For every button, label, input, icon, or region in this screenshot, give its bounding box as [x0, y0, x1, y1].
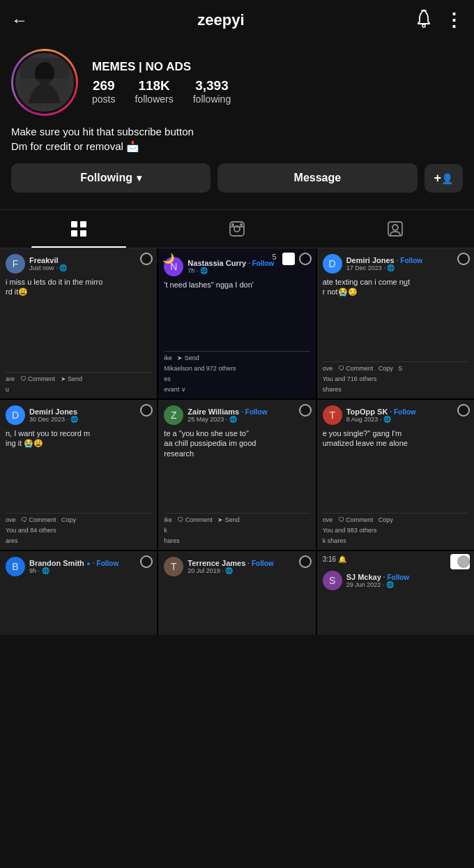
post-select-5[interactable] — [299, 404, 312, 417]
post-meta-3: 17 Dec 2023 · 🌐 — [346, 264, 422, 271]
post-header-4: D Demiri Jones 30 Dec 2023 · 🌐 — [6, 405, 151, 425]
post-cell-5[interactable]: Z Zaire Williams · Follow 25 May 2023 · … — [158, 400, 315, 550]
post-username-7: Brandon Smith ● · Follow — [29, 559, 118, 567]
post-actions-2: ike ➤ Send — [164, 351, 309, 361]
post-meta-6: 8 Aug 2023 · 🌐 — [346, 416, 416, 423]
post-meta-8: 20 Jul 2019 · 🌐 — [188, 567, 273, 574]
top-bar: ← zeepyi ⋮ — [0, 0, 474, 40]
post-select-2[interactable] — [299, 253, 312, 265]
post-reactions-5: k — [164, 527, 309, 534]
posts-count: 269 — [93, 78, 115, 93]
following-label: following — [193, 93, 231, 105]
post-cell-9[interactable]: 3:16 🔔 S SJ Mckay · Follow 29 Jun 2022 ·… — [317, 551, 474, 635]
tab-tagged[interactable] — [316, 210, 474, 248]
post-shares-5: hares — [164, 537, 309, 544]
post-avatar-3: D — [323, 254, 342, 274]
svg-rect-7 — [80, 230, 86, 237]
post-cell-7[interactable]: B Brandon Smith ● · Follow 9h · 🌐 — [0, 551, 157, 635]
post-reactions-6: You and 983 others — [323, 527, 468, 534]
post-reactions-4: You and 84 others — [6, 527, 151, 534]
stat-following: 3,393 following — [193, 78, 231, 105]
post-badge-2 — [282, 253, 295, 265]
bio-line1: Make sure you hit that subscribe button — [11, 124, 463, 139]
follow-link-5[interactable]: · Follow — [241, 408, 267, 416]
post-select-9[interactable] — [457, 555, 470, 568]
post-reactions-2: Mikaelson and 972 others — [164, 365, 309, 372]
post-header-3: D Demiri Jones · Follow 17 Dec 2023 · 🌐 — [323, 254, 468, 274]
post-user-info-8: Terrence James · Follow 20 Jul 2019 · 🌐 — [188, 559, 273, 574]
post-user-info-6: TopOpp SK · Follow 8 Aug 2023 · 🌐 — [346, 407, 416, 423]
post-header-6: T TopOpp SK · Follow 8 Aug 2023 · 🌐 — [323, 405, 468, 425]
post-shares-4: ares — [6, 537, 151, 544]
post-content-3: ate texting can i come nutr not😭😏 — [323, 277, 468, 358]
tab-reels[interactable] — [158, 210, 316, 248]
post-content-4: n, I want you to record ming it 😭😩 — [6, 428, 151, 509]
bell-icon[interactable] — [414, 8, 434, 32]
followers-label: followers — [135, 93, 173, 105]
posts-label: posts — [92, 93, 115, 105]
fb-post-1: F Freakvil Just now · 🌐 i miss u lets do… — [0, 248, 157, 398]
more-icon[interactable]: ⋮ — [445, 10, 463, 31]
top-bar-icons: ⋮ — [414, 8, 463, 32]
post-avatar-4: D — [6, 405, 25, 425]
stats-row: 269 posts 118K followers 3,393 following — [92, 78, 231, 105]
post-select-8[interactable] — [299, 555, 312, 568]
post-avatar-9: S — [323, 571, 342, 590]
post-header-7: B Brandon Smith ● · Follow 9h · 🌐 — [6, 557, 151, 576]
fb-post-9: 3:16 🔔 S SJ Mckay · Follow 29 Jun 2022 ·… — [317, 551, 474, 635]
followers-count: 118K — [138, 78, 169, 93]
post-user-info-1: Freakvil Just now · 🌐 — [29, 256, 67, 271]
post-cell-8[interactable]: T Terrence James · Follow 20 Jul 2019 · … — [158, 551, 315, 635]
post-cell-4[interactable]: D Demiri Jones 30 Dec 2023 · 🌐 n, I want… — [0, 400, 157, 550]
profile-name: MEMES | NO ADS — [92, 60, 231, 74]
post-cell-1[interactable]: F Freakvil Just now · 🌐 i miss u lets do… — [0, 248, 157, 398]
follow-link-6[interactable]: · Follow — [390, 408, 415, 416]
action-buttons: Following ▾ Message +👤 — [11, 163, 463, 193]
post-cell-6[interactable]: T TopOpp SK · Follow 8 Aug 2023 · 🌐 e yo… — [317, 400, 474, 550]
message-button[interactable]: Message — [217, 163, 417, 193]
post-user-info-2: Nastassia Curry · Follow 7h · 🌐 — [188, 259, 274, 274]
post-cell-2[interactable]: 🌙 N Nastassia Curry · Follow 7h · 🌐 't n… — [158, 248, 315, 398]
post-reactions-3: You and 716 others — [323, 375, 468, 382]
post-username-2: Nastassia Curry · Follow — [188, 259, 274, 267]
follow-link-7[interactable]: · Follow — [93, 560, 118, 567]
post-username-4: Demiri Jones — [29, 407, 78, 416]
post-avatar-5: Z — [164, 405, 183, 425]
following-button[interactable]: Following ▾ — [11, 163, 211, 193]
follow-link-2[interactable]: · Follow — [248, 260, 274, 267]
profile-stats: MEMES | NO ADS 269 posts 118K followers … — [92, 60, 231, 105]
follow-link-3[interactable]: · Follow — [397, 257, 422, 264]
post-username-5: Zaire Williams · Follow — [188, 407, 267, 416]
follow-link-9[interactable]: · Follow — [383, 574, 409, 581]
post-meta-1: Just now · 🌐 — [29, 264, 67, 271]
fb-post-6: T TopOpp SK · Follow 8 Aug 2023 · 🌐 e yo… — [317, 400, 474, 550]
post-actions-1: are 🗨 Comment ➤ Send — [6, 372, 151, 382]
post-actions-3: ove 🗨 Comment Copy S — [323, 361, 468, 372]
add-friend-button[interactable]: +👤 — [425, 164, 464, 193]
post-meta-2: 7h · 🌐 — [188, 267, 274, 274]
post-content-1: i miss u lets do it in the mirrord it😩 — [6, 277, 151, 368]
fb-post-8: T Terrence James · Follow 20 Jul 2019 · … — [158, 551, 315, 635]
post-cell-3[interactable]: D Demiri Jones · Follow 17 Dec 2023 · 🌐 … — [317, 248, 474, 398]
post-user-info-9: SJ Mckay · Follow 29 Jun 2022 · 🌐 — [346, 573, 409, 588]
following-count: 3,393 — [195, 78, 229, 93]
tab-grid[interactable] — [0, 210, 158, 248]
post-content-6: e you single?" gang I'mumatized leave me… — [323, 428, 468, 509]
post-comments-2: evant ∨ — [164, 386, 309, 393]
post-meta-4: 30 Dec 2023 · 🌐 — [29, 416, 78, 423]
post-avatar-7: B — [6, 557, 25, 576]
svg-rect-3 — [20, 79, 69, 107]
post-username-6: TopOpp SK · Follow — [346, 407, 416, 416]
back-button[interactable]: ← — [11, 10, 28, 30]
post-count-2: 5 — [273, 253, 277, 261]
post-actions-5: ike 🗨 Comment ➤ Send — [164, 513, 309, 523]
post-select-3[interactable] — [457, 253, 470, 265]
following-label: Following — [80, 172, 132, 184]
follow-link-8[interactable]: · Follow — [247, 560, 273, 567]
post-meta-9: 29 Jun 2022 · 🌐 — [346, 581, 409, 588]
post-user-info-7: Brandon Smith ● · Follow 9h · 🌐 — [29, 559, 118, 574]
stat-followers: 118K followers — [135, 78, 173, 105]
post-select-6[interactable] — [457, 404, 470, 417]
avatar-ring[interactable] — [11, 49, 78, 116]
post-header-1: F Freakvil Just now · 🌐 — [6, 254, 151, 274]
